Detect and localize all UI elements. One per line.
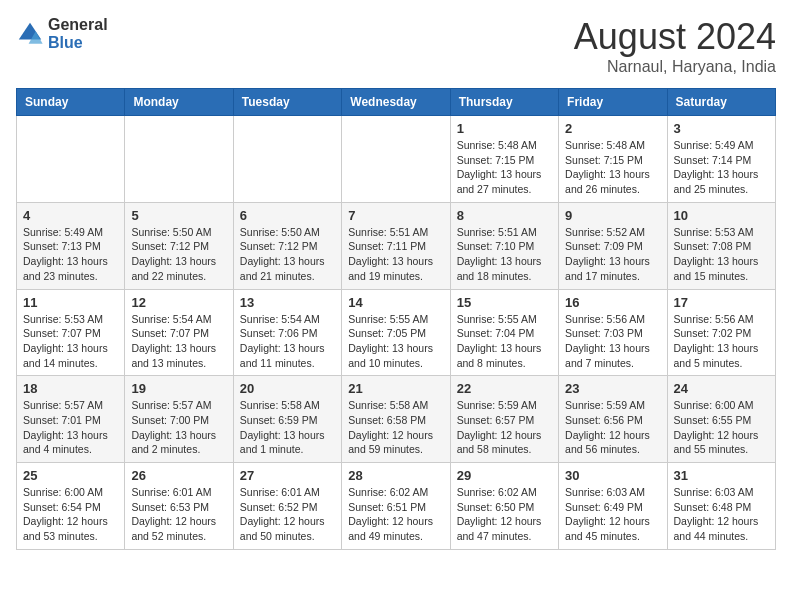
calendar-table: SundayMondayTuesdayWednesdayThursdayFrid… bbox=[16, 88, 776, 550]
day-number: 31 bbox=[674, 468, 769, 483]
calendar-cell: 24Sunrise: 6:00 AM Sunset: 6:55 PM Dayli… bbox=[667, 376, 775, 463]
calendar-cell: 2Sunrise: 5:48 AM Sunset: 7:15 PM Daylig… bbox=[559, 116, 667, 203]
calendar-cell: 16Sunrise: 5:56 AM Sunset: 7:03 PM Dayli… bbox=[559, 289, 667, 376]
calendar-cell: 12Sunrise: 5:54 AM Sunset: 7:07 PM Dayli… bbox=[125, 289, 233, 376]
calendar-cell: 7Sunrise: 5:51 AM Sunset: 7:11 PM Daylig… bbox=[342, 202, 450, 289]
day-info: Sunrise: 5:51 AM Sunset: 7:10 PM Dayligh… bbox=[457, 225, 552, 284]
day-number: 4 bbox=[23, 208, 118, 223]
calendar-cell: 8Sunrise: 5:51 AM Sunset: 7:10 PM Daylig… bbox=[450, 202, 558, 289]
day-number: 24 bbox=[674, 381, 769, 396]
calendar-week-4: 18Sunrise: 5:57 AM Sunset: 7:01 PM Dayli… bbox=[17, 376, 776, 463]
calendar-cell: 6Sunrise: 5:50 AM Sunset: 7:12 PM Daylig… bbox=[233, 202, 341, 289]
day-info: Sunrise: 5:50 AM Sunset: 7:12 PM Dayligh… bbox=[240, 225, 335, 284]
weekday-header-wednesday: Wednesday bbox=[342, 89, 450, 116]
day-info: Sunrise: 5:58 AM Sunset: 6:59 PM Dayligh… bbox=[240, 398, 335, 457]
weekday-header-friday: Friday bbox=[559, 89, 667, 116]
day-number: 20 bbox=[240, 381, 335, 396]
calendar-cell: 21Sunrise: 5:58 AM Sunset: 6:58 PM Dayli… bbox=[342, 376, 450, 463]
day-number: 19 bbox=[131, 381, 226, 396]
day-info: Sunrise: 5:49 AM Sunset: 7:14 PM Dayligh… bbox=[674, 138, 769, 197]
day-number: 15 bbox=[457, 295, 552, 310]
calendar-cell bbox=[233, 116, 341, 203]
day-number: 27 bbox=[240, 468, 335, 483]
day-number: 3 bbox=[674, 121, 769, 136]
logo: General Blue bbox=[16, 16, 108, 51]
day-info: Sunrise: 5:58 AM Sunset: 6:58 PM Dayligh… bbox=[348, 398, 443, 457]
day-info: Sunrise: 5:48 AM Sunset: 7:15 PM Dayligh… bbox=[457, 138, 552, 197]
day-info: Sunrise: 6:03 AM Sunset: 6:48 PM Dayligh… bbox=[674, 485, 769, 544]
calendar-cell: 10Sunrise: 5:53 AM Sunset: 7:08 PM Dayli… bbox=[667, 202, 775, 289]
day-info: Sunrise: 5:48 AM Sunset: 7:15 PM Dayligh… bbox=[565, 138, 660, 197]
day-number: 12 bbox=[131, 295, 226, 310]
day-info: Sunrise: 5:56 AM Sunset: 7:03 PM Dayligh… bbox=[565, 312, 660, 371]
day-number: 1 bbox=[457, 121, 552, 136]
location-label: Narnaul, Haryana, India bbox=[574, 58, 776, 76]
calendar-cell: 17Sunrise: 5:56 AM Sunset: 7:02 PM Dayli… bbox=[667, 289, 775, 376]
day-info: Sunrise: 5:54 AM Sunset: 7:06 PM Dayligh… bbox=[240, 312, 335, 371]
day-info: Sunrise: 5:59 AM Sunset: 6:57 PM Dayligh… bbox=[457, 398, 552, 457]
day-number: 16 bbox=[565, 295, 660, 310]
day-info: Sunrise: 5:54 AM Sunset: 7:07 PM Dayligh… bbox=[131, 312, 226, 371]
calendar-week-2: 4Sunrise: 5:49 AM Sunset: 7:13 PM Daylig… bbox=[17, 202, 776, 289]
calendar-cell: 18Sunrise: 5:57 AM Sunset: 7:01 PM Dayli… bbox=[17, 376, 125, 463]
calendar-cell: 19Sunrise: 5:57 AM Sunset: 7:00 PM Dayli… bbox=[125, 376, 233, 463]
calendar-cell: 13Sunrise: 5:54 AM Sunset: 7:06 PM Dayli… bbox=[233, 289, 341, 376]
calendar-cell: 29Sunrise: 6:02 AM Sunset: 6:50 PM Dayli… bbox=[450, 463, 558, 550]
calendar-cell bbox=[125, 116, 233, 203]
calendar-cell: 11Sunrise: 5:53 AM Sunset: 7:07 PM Dayli… bbox=[17, 289, 125, 376]
day-number: 7 bbox=[348, 208, 443, 223]
calendar-cell: 26Sunrise: 6:01 AM Sunset: 6:53 PM Dayli… bbox=[125, 463, 233, 550]
day-number: 29 bbox=[457, 468, 552, 483]
day-number: 11 bbox=[23, 295, 118, 310]
day-number: 6 bbox=[240, 208, 335, 223]
calendar-cell: 3Sunrise: 5:49 AM Sunset: 7:14 PM Daylig… bbox=[667, 116, 775, 203]
day-info: Sunrise: 5:57 AM Sunset: 7:00 PM Dayligh… bbox=[131, 398, 226, 457]
day-number: 18 bbox=[23, 381, 118, 396]
calendar-cell: 14Sunrise: 5:55 AM Sunset: 7:05 PM Dayli… bbox=[342, 289, 450, 376]
calendar-cell: 30Sunrise: 6:03 AM Sunset: 6:49 PM Dayli… bbox=[559, 463, 667, 550]
day-number: 13 bbox=[240, 295, 335, 310]
day-number: 14 bbox=[348, 295, 443, 310]
day-info: Sunrise: 5:51 AM Sunset: 7:11 PM Dayligh… bbox=[348, 225, 443, 284]
logo-icon bbox=[16, 20, 44, 48]
calendar-cell: 4Sunrise: 5:49 AM Sunset: 7:13 PM Daylig… bbox=[17, 202, 125, 289]
calendar-week-3: 11Sunrise: 5:53 AM Sunset: 7:07 PM Dayli… bbox=[17, 289, 776, 376]
day-info: Sunrise: 5:59 AM Sunset: 6:56 PM Dayligh… bbox=[565, 398, 660, 457]
calendar-cell: 28Sunrise: 6:02 AM Sunset: 6:51 PM Dayli… bbox=[342, 463, 450, 550]
day-info: Sunrise: 6:02 AM Sunset: 6:50 PM Dayligh… bbox=[457, 485, 552, 544]
weekday-header-saturday: Saturday bbox=[667, 89, 775, 116]
day-number: 17 bbox=[674, 295, 769, 310]
day-info: Sunrise: 6:00 AM Sunset: 6:54 PM Dayligh… bbox=[23, 485, 118, 544]
day-info: Sunrise: 6:00 AM Sunset: 6:55 PM Dayligh… bbox=[674, 398, 769, 457]
day-number: 2 bbox=[565, 121, 660, 136]
calendar-cell bbox=[342, 116, 450, 203]
calendar-cell: 31Sunrise: 6:03 AM Sunset: 6:48 PM Dayli… bbox=[667, 463, 775, 550]
calendar-cell: 27Sunrise: 6:01 AM Sunset: 6:52 PM Dayli… bbox=[233, 463, 341, 550]
day-number: 28 bbox=[348, 468, 443, 483]
day-info: Sunrise: 6:03 AM Sunset: 6:49 PM Dayligh… bbox=[565, 485, 660, 544]
weekday-header-monday: Monday bbox=[125, 89, 233, 116]
weekday-header-tuesday: Tuesday bbox=[233, 89, 341, 116]
day-number: 30 bbox=[565, 468, 660, 483]
calendar-cell: 25Sunrise: 6:00 AM Sunset: 6:54 PM Dayli… bbox=[17, 463, 125, 550]
day-info: Sunrise: 6:01 AM Sunset: 6:53 PM Dayligh… bbox=[131, 485, 226, 544]
day-number: 25 bbox=[23, 468, 118, 483]
day-info: Sunrise: 5:55 AM Sunset: 7:05 PM Dayligh… bbox=[348, 312, 443, 371]
logo-general-label: General bbox=[48, 16, 108, 34]
day-info: Sunrise: 6:02 AM Sunset: 6:51 PM Dayligh… bbox=[348, 485, 443, 544]
month-title: August 2024 bbox=[574, 16, 776, 58]
day-info: Sunrise: 5:56 AM Sunset: 7:02 PM Dayligh… bbox=[674, 312, 769, 371]
weekday-header-row: SundayMondayTuesdayWednesdayThursdayFrid… bbox=[17, 89, 776, 116]
day-info: Sunrise: 5:49 AM Sunset: 7:13 PM Dayligh… bbox=[23, 225, 118, 284]
day-number: 21 bbox=[348, 381, 443, 396]
day-number: 5 bbox=[131, 208, 226, 223]
day-number: 8 bbox=[457, 208, 552, 223]
weekday-header-sunday: Sunday bbox=[17, 89, 125, 116]
calendar-cell bbox=[17, 116, 125, 203]
day-number: 23 bbox=[565, 381, 660, 396]
page-header: General Blue August 2024 Narnaul, Haryan… bbox=[16, 16, 776, 76]
day-info: Sunrise: 5:55 AM Sunset: 7:04 PM Dayligh… bbox=[457, 312, 552, 371]
calendar-week-1: 1Sunrise: 5:48 AM Sunset: 7:15 PM Daylig… bbox=[17, 116, 776, 203]
logo-text: General Blue bbox=[48, 16, 108, 51]
logo-blue-label: Blue bbox=[48, 34, 108, 52]
